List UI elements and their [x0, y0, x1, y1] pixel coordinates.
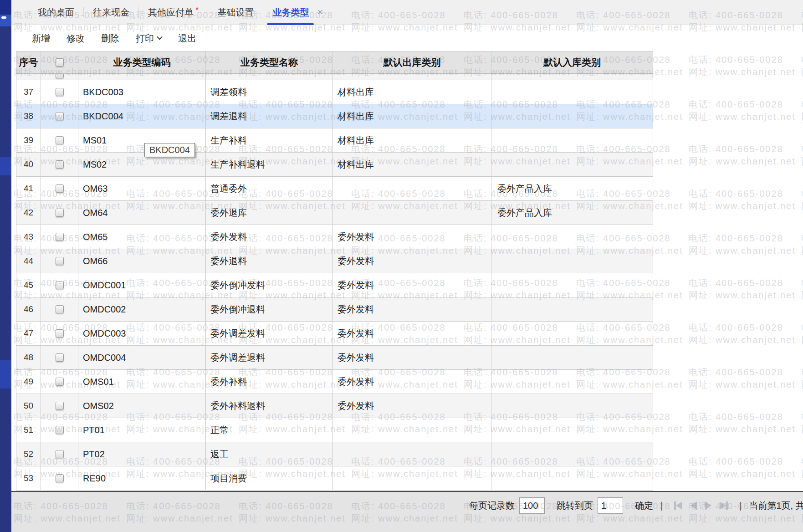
table-row-45[interactable]: 45OMDC001委外倒冲发料委外发料: [16, 273, 653, 297]
table-row-48[interactable]: 48OMDC004委外调差退料委外发料: [16, 346, 653, 370]
table-row-46[interactable]: 46OMDC002委外倒冲退料委外发料: [16, 297, 653, 322]
sidebar-item-highlight-1[interactable]: [0, 157, 11, 175]
table-row-41[interactable]: 41OM63普通委外委外产品入库: [16, 177, 653, 201]
tab-2[interactable]: 往来现金: [84, 0, 138, 25]
table-row-partial[interactable]: 倒冲退料 材料出库: [16, 74, 653, 80]
jump-page-input[interactable]: [598, 497, 623, 514]
table-row-39[interactable]: 39MS01生产补料材料出库: [16, 128, 653, 153]
toolbar-button-修改[interactable]: 修改: [66, 32, 85, 45]
table-header-row: 序号 业务类型编码 业务类型名称 默认出库类别 默认入库类别: [16, 51, 653, 74]
watermark-phone-text: 电话: 400-665-0028: [801, 98, 803, 111]
table-row-44[interactable]: 44OM66委外退料委外发料: [16, 249, 653, 273]
toolbar-button-新增[interactable]: 新增: [32, 32, 50, 45]
tab-4[interactable]: 基础设置: [208, 0, 263, 25]
cell-code: OMDC004: [78, 346, 206, 369]
row-checkbox[interactable]: [56, 378, 64, 386]
sidebar-item-highlight-2[interactable]: [0, 360, 11, 389]
cell-name: 倒冲退料: [210, 74, 247, 74]
toolbar-button-退出[interactable]: 退出: [178, 32, 196, 45]
first-page-icon[interactable]: [674, 501, 682, 510]
row-checkbox[interactable]: [56, 88, 64, 96]
watermark-phone-text: 电话: 400-665-0028: [689, 277, 783, 289]
unsaved-star-icon: *: [195, 5, 199, 15]
row-checkbox[interactable]: [56, 136, 64, 144]
table-row-49[interactable]: 49OMS01委外补料委外发料: [16, 370, 653, 394]
tab-3[interactable]: 其他应付单*: [139, 0, 208, 25]
cell-name: 生产补料: [206, 128, 333, 152]
next-page-icon[interactable]: [705, 501, 711, 510]
row-checkbox[interactable]: [56, 160, 64, 169]
watermark-site-text: 网址: www.chanjet.net: [689, 155, 796, 168]
cell-name: 委外倒冲发料: [206, 273, 333, 297]
header-out: 默认出库类别: [333, 51, 491, 73]
table-row-51[interactable]: 51PT01正常: [16, 418, 653, 442]
watermark-site-text: 网址: www.chanjet.net: [689, 289, 796, 302]
watermark-site-text: 网址: www.chanjet.net: [689, 200, 796, 212]
cell-out: 委外发料: [333, 370, 491, 394]
table-row-37[interactable]: 37BKDC003调差领料材料出库: [16, 80, 653, 104]
watermark-phone-text: 电话: 400-665-0028: [689, 98, 783, 111]
table-row-50[interactable]: 50OMS02委外补料退料委外发料: [16, 394, 653, 418]
row-checkbox[interactable]: [56, 474, 64, 482]
watermark-phone-text: 电话: 400-665-0028: [689, 232, 783, 245]
row-checkbox-cell: [41, 418, 78, 442]
confirm-button[interactable]: 确定: [635, 500, 653, 512]
row-checkbox[interactable]: [56, 233, 64, 241]
toolbar-button-打印[interactable]: 打印: [136, 32, 162, 45]
row-checkbox[interactable]: [56, 209, 64, 217]
row-checkbox[interactable]: [56, 184, 64, 193]
row-number-cell: 46: [16, 297, 41, 321]
row-checkbox[interactable]: [56, 402, 64, 410]
cell-in: [491, 297, 653, 321]
cell-in: [491, 80, 653, 104]
tab-bar: 我的桌面往来现金其他应付单*基础设置业务类型×: [11, 0, 803, 25]
pager-arrows: [670, 501, 732, 510]
row-checkbox[interactable]: [56, 450, 64, 458]
table-row-52[interactable]: 52PT02返工: [16, 442, 653, 466]
per-page-input[interactable]: [519, 497, 545, 514]
row-checkbox[interactable]: [56, 257, 64, 265]
table-row-47[interactable]: 47OMDC003委外调差发料委外发料: [16, 322, 653, 346]
last-page-icon[interactable]: [720, 501, 728, 510]
prev-page-icon[interactable]: [690, 501, 697, 510]
row-checkbox[interactable]: [56, 112, 64, 120]
cell-name: 生产补料退料: [206, 153, 333, 176]
row-checkbox[interactable]: [56, 281, 64, 289]
cell-name: 委外补料: [206, 370, 333, 394]
watermark-site-text: 网址: www.chanjet.net: [801, 289, 803, 302]
select-all-checkbox[interactable]: [56, 58, 64, 66]
cell-out: 材料出库: [333, 153, 491, 176]
sidebar-top-block: [0, 0, 11, 15]
row-checkbox-cell: [41, 249, 78, 273]
toolbar-button-删除[interactable]: 删除: [101, 32, 119, 45]
close-tab-icon[interactable]: ×: [317, 6, 323, 18]
sidebar-rail[interactable]: [0, 0, 11, 532]
collapse-handle-icon[interactable]: [1, 16, 6, 19]
watermark-phone-text: 电话: 400-665-0028: [689, 455, 783, 468]
cell-in: [491, 128, 653, 152]
row-number-cell: 37: [16, 80, 41, 104]
tab-1[interactable]: 我的桌面: [29, 0, 83, 25]
watermark-site-text: 网址: www.chanjet.net: [801, 111, 803, 123]
watermark-phone-text: 电话: 400-665-0028: [689, 322, 783, 334]
watermark-phone-text: 电话: 400-665-0028: [689, 411, 783, 423]
row-number-cell: 50: [16, 394, 41, 418]
row-checkbox[interactable]: [56, 426, 64, 434]
row-checkbox-cell: [41, 80, 78, 104]
tab-5[interactable]: 业务类型×: [263, 0, 332, 25]
row-checkbox[interactable]: [56, 329, 64, 338]
row-number-cell: 40: [16, 153, 41, 176]
row-checkbox[interactable]: [56, 305, 64, 313]
cell-in: 委外产品入库: [491, 177, 653, 200]
cell-in: [491, 394, 653, 418]
table-row-38[interactable]: 38BKDC004调差退料材料出库: [16, 104, 653, 128]
row-checkbox[interactable]: [56, 353, 64, 362]
table-row-40[interactable]: 40MS02生产补料退料材料出库: [16, 153, 653, 177]
row-checkbox[interactable]: [56, 74, 64, 78]
table-row-43[interactable]: 43OM65委外发料委外发料: [16, 225, 653, 249]
table-row-53[interactable]: 53RE90项目消费: [16, 466, 653, 491]
cell-code: OM65: [78, 225, 206, 249]
watermark-site-text: 网址: www.chanjet.net: [689, 245, 796, 257]
table-row-42[interactable]: 42OM64委外退库委外产品入库: [16, 201, 653, 225]
cell-out: 委外发料: [333, 322, 491, 345]
